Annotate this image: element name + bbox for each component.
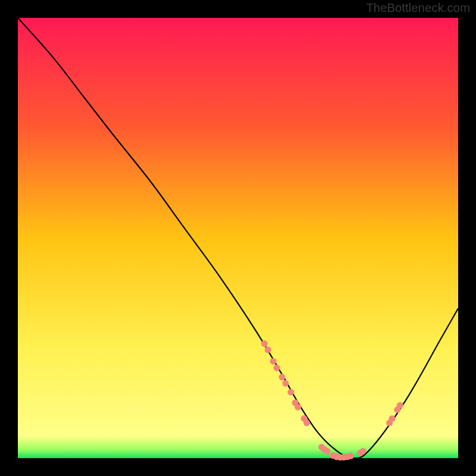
plot-background xyxy=(18,18,458,458)
chart-root: TheBottleneck.com xyxy=(0,0,476,476)
highlight-dot xyxy=(347,453,354,459)
highlight-dot xyxy=(360,448,367,455)
highlight-dot xyxy=(295,404,301,411)
highlight-dot xyxy=(282,380,289,387)
highlight-dot xyxy=(389,415,396,422)
highlight-dot xyxy=(303,419,310,426)
bottleneck-chart xyxy=(0,0,476,476)
highlight-dot xyxy=(270,358,277,365)
highlight-dot xyxy=(324,448,330,455)
highlight-dot xyxy=(397,402,403,409)
highlight-dot xyxy=(261,340,268,347)
highlight-dot xyxy=(287,389,294,396)
highlight-dot xyxy=(265,346,271,353)
highlight-dot xyxy=(279,374,286,380)
highlight-dot xyxy=(274,365,280,371)
watermark-text: TheBottleneck.com xyxy=(366,1,470,15)
